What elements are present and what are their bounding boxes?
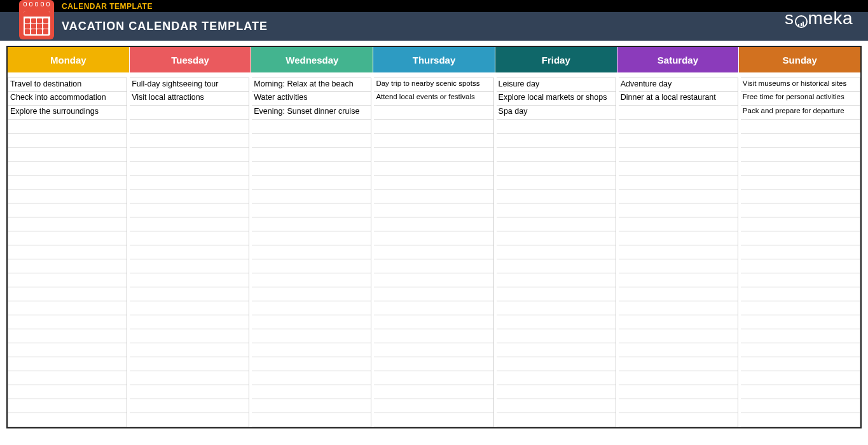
calendar-cell[interactable] — [497, 385, 616, 399]
calendar-cell[interactable] — [497, 203, 616, 217]
calendar-cell[interactable] — [130, 217, 249, 231]
calendar-cell[interactable] — [741, 175, 860, 189]
calendar-cell[interactable] — [619, 413, 738, 427]
calendar-cell[interactable]: Explore local markets or shops — [497, 92, 616, 106]
calendar-cell[interactable] — [374, 106, 493, 120]
calendar-cell[interactable] — [497, 371, 616, 385]
calendar-cell[interactable] — [497, 301, 616, 315]
calendar-cell[interactable] — [374, 287, 493, 301]
calendar-cell[interactable] — [619, 106, 738, 120]
calendar-cell[interactable] — [619, 287, 738, 301]
calendar-cell[interactable]: Visit local attractions — [130, 92, 249, 106]
calendar-cell[interactable] — [741, 399, 860, 413]
calendar-cell[interactable] — [130, 273, 249, 287]
calendar-cell[interactable] — [8, 175, 127, 189]
calendar-cell[interactable]: Spa day — [497, 106, 616, 120]
calendar-cell[interactable]: Morning: Relax at the beach — [252, 78, 371, 92]
calendar-cell[interactable]: Explore the surroundings — [8, 106, 127, 120]
calendar-cell[interactable] — [374, 329, 493, 343]
calendar-cell[interactable] — [619, 371, 738, 385]
calendar-cell[interactable] — [497, 147, 616, 161]
calendar-cell[interactable] — [497, 357, 616, 371]
calendar-cell[interactable] — [497, 175, 616, 189]
calendar-cell[interactable] — [741, 189, 860, 203]
calendar-cell[interactable]: Visit museums or historical sites — [741, 78, 860, 92]
calendar-cell[interactable]: Full-day sightseeing tour — [130, 78, 249, 92]
calendar-cell[interactable] — [8, 329, 127, 343]
calendar-cell[interactable] — [252, 120, 371, 134]
calendar-cell[interactable]: Water activities — [252, 92, 371, 106]
calendar-cell[interactable] — [374, 147, 493, 161]
calendar-cell[interactable] — [252, 315, 371, 329]
calendar-cell[interactable] — [252, 175, 371, 189]
calendar-cell[interactable] — [619, 259, 738, 273]
calendar-cell[interactable] — [619, 217, 738, 231]
calendar-cell[interactable] — [8, 147, 127, 161]
calendar-cell[interactable] — [130, 120, 249, 134]
calendar-cell[interactable] — [619, 273, 738, 287]
calendar-cell[interactable] — [8, 315, 127, 329]
calendar-cell[interactable] — [252, 343, 371, 357]
calendar-cell[interactable] — [741, 161, 860, 175]
calendar-cell[interactable] — [374, 231, 493, 245]
calendar-cell[interactable] — [8, 273, 127, 287]
calendar-cell[interactable] — [741, 371, 860, 385]
calendar-cell[interactable] — [619, 343, 738, 357]
calendar-cell[interactable] — [619, 357, 738, 371]
calendar-cell[interactable] — [619, 161, 738, 175]
calendar-cell[interactable] — [8, 413, 127, 427]
calendar-cell[interactable] — [374, 203, 493, 217]
calendar-cell[interactable] — [741, 120, 860, 134]
calendar-cell[interactable] — [741, 287, 860, 301]
calendar-cell[interactable] — [252, 147, 371, 161]
calendar-cell[interactable] — [130, 315, 249, 329]
calendar-cell[interactable] — [252, 203, 371, 217]
calendar-cell[interactable]: Pack and prepare for departure — [741, 106, 860, 120]
calendar-cell[interactable] — [8, 231, 127, 245]
calendar-cell[interactable]: Travel to destination — [8, 78, 127, 92]
calendar-cell[interactable] — [619, 301, 738, 315]
calendar-cell[interactable] — [252, 245, 371, 259]
calendar-cell[interactable] — [374, 357, 493, 371]
calendar-cell[interactable] — [497, 245, 616, 259]
calendar-cell[interactable] — [619, 175, 738, 189]
calendar-cell[interactable] — [374, 273, 493, 287]
calendar-cell[interactable] — [252, 161, 371, 175]
calendar-cell[interactable] — [741, 343, 860, 357]
calendar-cell[interactable] — [252, 259, 371, 273]
calendar-cell[interactable] — [374, 301, 493, 315]
calendar-cell[interactable] — [497, 343, 616, 357]
calendar-cell[interactable] — [374, 217, 493, 231]
calendar-cell[interactable] — [130, 357, 249, 371]
calendar-cell[interactable]: Leisure day — [497, 78, 616, 92]
calendar-cell[interactable] — [252, 301, 371, 315]
calendar-cell[interactable] — [252, 189, 371, 203]
calendar-cell[interactable] — [741, 273, 860, 287]
calendar-cell[interactable] — [374, 413, 493, 427]
calendar-cell[interactable] — [374, 245, 493, 259]
calendar-cell[interactable] — [252, 385, 371, 399]
calendar-cell[interactable] — [741, 217, 860, 231]
calendar-cell[interactable] — [8, 245, 127, 259]
calendar-cell[interactable] — [130, 106, 249, 120]
calendar-cell[interactable] — [497, 287, 616, 301]
calendar-cell[interactable] — [497, 231, 616, 245]
calendar-cell[interactable] — [8, 287, 127, 301]
calendar-cell[interactable] — [252, 357, 371, 371]
calendar-cell[interactable] — [130, 329, 249, 343]
calendar-cell[interactable] — [130, 301, 249, 315]
calendar-cell[interactable] — [374, 134, 493, 147]
calendar-cell[interactable] — [619, 147, 738, 161]
calendar-cell[interactable]: Dinner at a local restaurant — [619, 92, 738, 106]
calendar-cell[interactable] — [8, 189, 127, 203]
calendar-cell[interactable] — [741, 413, 860, 427]
calendar-cell[interactable] — [619, 189, 738, 203]
calendar-cell[interactable] — [374, 161, 493, 175]
calendar-cell[interactable] — [497, 413, 616, 427]
calendar-cell[interactable] — [497, 315, 616, 329]
calendar-cell[interactable] — [8, 217, 127, 231]
calendar-cell[interactable] — [130, 175, 249, 189]
calendar-cell[interactable] — [130, 134, 249, 147]
calendar-cell[interactable] — [252, 329, 371, 343]
calendar-cell[interactable] — [497, 273, 616, 287]
